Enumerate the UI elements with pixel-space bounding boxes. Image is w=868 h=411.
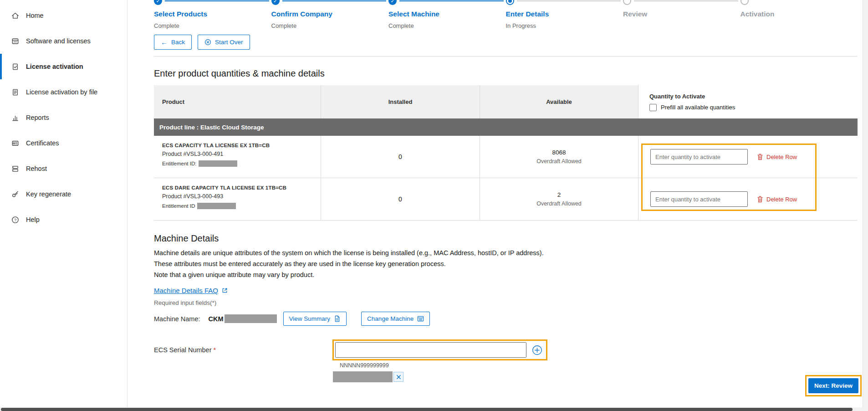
arrow-left-icon: ← xyxy=(161,39,168,46)
description-line: These attributes must be entered accurat… xyxy=(154,258,863,269)
sidebar-item-certificates[interactable]: Certificates xyxy=(0,130,127,156)
serial-number-input[interactable] xyxy=(335,342,526,358)
sidebar-item-label: Reports xyxy=(26,114,49,121)
page-title: Enter product quantities & machine detai… xyxy=(154,68,863,79)
change-machine-button[interactable]: Change Machine xyxy=(361,312,430,326)
quantity-cell: Delete Row xyxy=(638,178,858,220)
product-line-group-header: Product line : Elastic Cloud Storage xyxy=(154,118,858,136)
delete-row-label: Delete Row xyxy=(766,154,797,160)
horizontal-scrollbar-track xyxy=(0,407,868,411)
overdraft-note: Overdraft Allowed xyxy=(536,158,582,164)
quantity-cell: Delete Row xyxy=(638,136,858,178)
back-button[interactable]: ← Back xyxy=(154,35,192,50)
sidebar-item-label: Key regenerate xyxy=(26,190,71,198)
sidebar-item-software-and-licenses[interactable]: Software and licenses xyxy=(0,28,127,54)
serial-input-highlight xyxy=(332,339,547,360)
step-current-icon xyxy=(506,0,514,5)
svg-text:?: ? xyxy=(14,217,16,222)
sidebar-item-label: Software and licenses xyxy=(26,37,91,45)
serial-label-text: ECS Serial Number xyxy=(154,346,212,354)
step-connector xyxy=(634,0,738,1)
prefill-checkbox[interactable] xyxy=(649,104,657,111)
key-icon xyxy=(11,190,20,199)
installed-cell: 0 xyxy=(321,136,480,178)
vertical-scrollbar[interactable] xyxy=(863,0,868,407)
required-asterisk: * xyxy=(214,346,216,354)
step-confirm-company: ✓ Confirm Company Complete xyxy=(271,0,389,29)
required-fields-note: Required input fields(*) xyxy=(154,299,863,306)
prefill-option: Prefill all available quantities xyxy=(649,104,735,111)
sidebar-item-rehost[interactable]: Rehost xyxy=(0,156,127,181)
add-serial-button[interactable] xyxy=(532,345,542,355)
sidebar-item-label: Help xyxy=(26,216,40,223)
view-summary-label: View Summary xyxy=(289,316,331,322)
sidebar-item-license-activation-by-file[interactable]: License activation by file xyxy=(0,79,127,105)
remove-serial-button[interactable] xyxy=(393,372,403,382)
machine-name-label: Machine Name: xyxy=(154,315,200,323)
machine-icon xyxy=(417,315,424,322)
next-button-row: Next: Review xyxy=(154,375,863,396)
next-button-highlight: Next: Review xyxy=(805,375,862,396)
sidebar-item-license-activation[interactable]: License activation xyxy=(0,54,127,79)
step-connector xyxy=(165,0,269,1)
entitlement-label: Entitlement ID: xyxy=(162,161,196,166)
home-icon xyxy=(11,11,20,20)
step-label: Confirm Company xyxy=(271,10,389,18)
sidebar-item-label: License activation by file xyxy=(26,88,97,96)
change-machine-label: Change Machine xyxy=(367,316,414,322)
step-label: Select Products xyxy=(154,10,271,18)
sidebar-item-label: Home xyxy=(26,12,44,19)
column-header-product: Product xyxy=(154,85,321,118)
column-header-installed: Installed xyxy=(321,85,480,118)
column-header-quantity: Quantity to Activate Prefill all availab… xyxy=(638,85,858,118)
step-status xyxy=(623,22,740,29)
step-activation: Activation xyxy=(740,0,858,29)
machine-name-row: Machine Name: CKM View Summary Change Ma… xyxy=(154,312,863,326)
machine-details-faq-link[interactable]: Machine Details FAQ xyxy=(154,287,228,294)
product-number: Product #VSL3-000-491 xyxy=(162,151,313,157)
quantity-input[interactable] xyxy=(650,191,748,207)
step-review: Review xyxy=(623,0,740,29)
trash-icon xyxy=(757,196,763,203)
description-line: Note that a given unique attribute may v… xyxy=(154,269,863,280)
sidebar-item-label: Rehost xyxy=(26,165,47,172)
sidebar-item-label: Certificates xyxy=(26,139,59,147)
step-enter-details: Enter Details In Progress xyxy=(506,0,623,29)
sidebar-item-key-regenerate[interactable]: Key regenerate xyxy=(0,181,127,207)
serial-number-row: ECS Serial Number * xyxy=(154,339,863,360)
software-licenses-icon xyxy=(11,37,20,46)
view-summary-button[interactable]: View Summary xyxy=(283,312,347,326)
delete-row-button[interactable]: Delete Row xyxy=(757,154,797,160)
wizard-toolbar: ← Back Start Over xyxy=(154,35,863,50)
rehost-icon xyxy=(11,164,20,173)
next-review-button[interactable]: Next: Review xyxy=(808,378,858,393)
start-over-button[interactable]: Start Over xyxy=(198,35,250,50)
table-row: ECS DARE CAPACITY TLA LICENSE EX 1TB=CB … xyxy=(154,178,858,221)
sidebar-item-help[interactable]: ? Help xyxy=(0,207,127,232)
back-button-label: Back xyxy=(171,39,185,46)
step-status: Complete xyxy=(271,22,389,29)
entitlement-row: Entitlement ID: xyxy=(162,160,313,167)
external-link-icon xyxy=(221,287,228,294)
step-complete-icon: ✓ xyxy=(388,0,397,5)
delete-row-button[interactable]: Delete Row xyxy=(757,196,797,203)
step-label: Activation xyxy=(740,10,858,18)
step-complete-icon: ✓ xyxy=(271,0,280,5)
available-cell: 2 Overdraft Allowed xyxy=(480,178,638,220)
sidebar-item-home[interactable]: Home xyxy=(0,3,127,28)
step-complete-icon: ✓ xyxy=(154,0,162,5)
quantity-input[interactable] xyxy=(650,149,748,164)
certificates-icon xyxy=(11,139,20,148)
installed-cell: 0 xyxy=(321,178,480,220)
column-header-available: Available xyxy=(480,85,638,118)
serial-number-label: ECS Serial Number * xyxy=(154,346,332,354)
sidebar-item-reports[interactable]: Reports xyxy=(0,105,127,130)
description-line: Machine details are unique attributes of… xyxy=(154,247,863,258)
machine-name-redacted xyxy=(225,314,277,323)
sidebar: Home Software and licenses License activ… xyxy=(0,0,128,407)
step-label: Review xyxy=(623,10,740,18)
step-status xyxy=(740,22,858,29)
step-select-products: ✓ Select Products Complete xyxy=(154,0,271,29)
horizontal-scrollbar-thumb[interactable] xyxy=(1,408,853,411)
entitlement-label: Entitlement ID xyxy=(162,203,195,209)
